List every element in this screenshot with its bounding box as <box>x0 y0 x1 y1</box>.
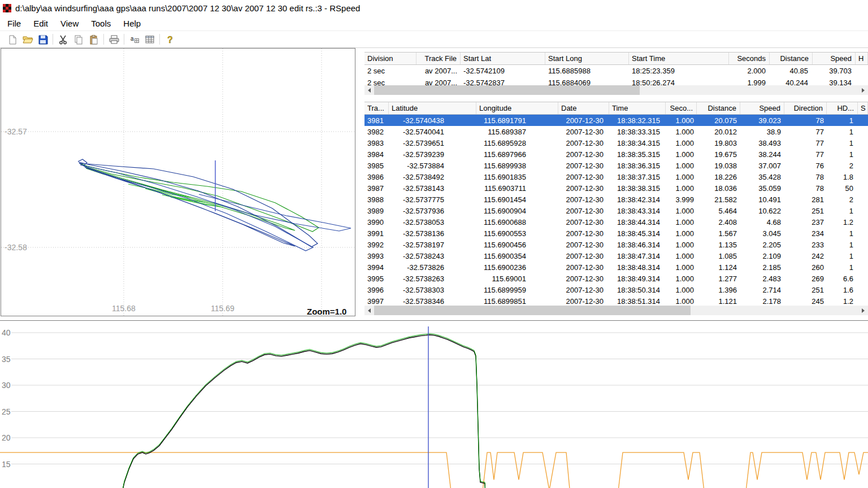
toolbar-separator <box>159 34 160 45</box>
window-title: d:\alby\aa windsurfing\aaa gps\aaa runs\… <box>15 3 360 13</box>
menu-tools[interactable]: Tools <box>85 18 117 29</box>
menu-edit[interactable]: Edit <box>27 18 54 29</box>
cell: 18:38:45.314 <box>609 229 666 238</box>
table-row[interactable]: 3986-32.5738492115.69018352007-12-3018:3… <box>364 171 868 182</box>
column-header[interactable]: Start Lat <box>461 53 545 64</box>
column-header[interactable]: Start Long <box>545 53 629 64</box>
cell: 1 <box>827 128 858 136</box>
cell: -32.5737936 <box>389 207 476 215</box>
table-row[interactable]: 3994-32.573826115.69002362007-12-3018:38… <box>364 262 868 273</box>
zoom-label: Zoom=1.0 <box>307 307 346 316</box>
column-header[interactable]: Seco... <box>666 102 697 114</box>
toolbar-separator <box>124 34 124 45</box>
table-row[interactable]: 3989-32.5737936115.69009042007-12-3018:3… <box>364 205 868 216</box>
copy-button[interactable] <box>71 32 86 47</box>
help-button[interactable]: ? <box>162 32 177 47</box>
column-header[interactable]: Direction <box>784 102 827 114</box>
paste-button[interactable] <box>86 32 101 47</box>
points-hscrollbar[interactable] <box>364 306 868 315</box>
table-row[interactable]: 3990-32.5738053115.69006882007-12-3018:3… <box>364 216 868 228</box>
cut-button[interactable] <box>55 32 71 47</box>
column-header[interactable]: Longitude <box>476 102 558 114</box>
open-file-button[interactable] <box>20 32 35 47</box>
table-row[interactable]: 2 secav 2007...-32.5742837115.688406918:… <box>364 77 868 85</box>
table-row[interactable]: 3993-32.5738243115.69003542007-12-3018:3… <box>364 250 868 262</box>
table-row[interactable]: 3983-32.5739651115.68959282007-12-3018:3… <box>364 137 868 149</box>
column-header[interactable]: Speed <box>813 53 856 64</box>
cell: -32.5740041 <box>389 128 476 136</box>
scroll-left-button[interactable] <box>364 85 374 95</box>
superscript-a-button[interactable]: a <box>127 32 142 47</box>
column-header[interactable]: Time <box>609 102 666 114</box>
superscript-a-icon: a <box>129 34 140 45</box>
table-row[interactable]: 3982-32.5740041115.6893872007-12-3018:38… <box>364 126 868 137</box>
table-body: 3981-32.5740438115.68917912007-12-3018:3… <box>364 115 868 306</box>
cell: 10.491 <box>740 195 784 204</box>
table-row[interactable]: 3992-32.5738197115.69004562007-12-3018:3… <box>364 239 868 250</box>
table-row[interactable]: 3996-32.5738303115.68999592007-12-3018:3… <box>364 284 868 295</box>
cell: -32.5739239 <box>389 150 476 159</box>
cell: 2007-12-30 <box>558 263 609 272</box>
column-header[interactable]: Latitude <box>389 102 476 114</box>
right-arrow-icon <box>862 88 867 93</box>
column-header[interactable]: S <box>858 102 868 114</box>
cell: 1 <box>827 252 858 260</box>
table-row[interactable]: 3987-32.5738143115.69037112007-12-3018:3… <box>364 182 868 194</box>
cell: 76 <box>784 162 827 170</box>
app-icon <box>3 4 11 12</box>
cell: 115.6897966 <box>476 150 558 159</box>
table-row[interactable]: 2 secav 2007...-32.5742109115.688598818:… <box>364 65 868 77</box>
menu-view[interactable]: View <box>54 18 85 29</box>
toolbar-separator <box>53 34 53 45</box>
table-row[interactable]: 3997-32.5738346115.68998512007-12-3018:3… <box>364 295 868 306</box>
cell: 3.045 <box>740 229 784 238</box>
cell: 2.205 <box>740 241 784 249</box>
cell: av 2007... <box>416 79 461 85</box>
column-header[interactable]: Distance <box>770 53 813 64</box>
new-file-button[interactable] <box>5 32 20 47</box>
table-row[interactable]: 3984-32.5739239115.68979662007-12-3018:3… <box>364 149 868 160</box>
division-hscrollbar[interactable] <box>364 85 868 95</box>
column-header[interactable]: Distance <box>697 102 740 114</box>
column-header[interactable]: Track File <box>416 53 461 64</box>
column-header[interactable]: HD... <box>827 102 858 114</box>
column-header[interactable]: Tra... <box>364 102 389 114</box>
cell: -32.5739651 <box>389 139 476 147</box>
cell: 18:38:32.315 <box>609 116 666 125</box>
table-row[interactable]: 3988-32.5737775115.69014542007-12-3018:3… <box>364 194 868 205</box>
column-header[interactable]: Seconds <box>729 53 770 64</box>
column-header[interactable]: Start Time <box>629 53 729 64</box>
cell: 40.244 <box>770 79 813 85</box>
menu-file[interactable]: File <box>1 18 27 29</box>
cell: 1.000 <box>666 297 697 306</box>
scroll-right-button[interactable] <box>858 306 868 315</box>
print-button[interactable] <box>106 32 121 47</box>
cell: 115.6900236 <box>476 263 558 272</box>
scroll-left-button[interactable] <box>364 306 374 315</box>
data-table-button[interactable] <box>142 32 157 47</box>
toolbar-separator <box>103 34 104 45</box>
track-map[interactable] <box>1 49 355 316</box>
speed-chart-panel[interactable]: 403530252015 <box>0 320 868 488</box>
cell: 1.000 <box>666 229 697 238</box>
column-header[interactable]: H <box>856 53 868 64</box>
column-header[interactable]: Date <box>558 102 609 114</box>
speed-chart[interactable] <box>0 321 868 488</box>
cell: 1.000 <box>666 286 697 294</box>
column-header[interactable]: Speed <box>740 102 784 114</box>
table-row[interactable]: 3991-32.5738136115.69005532007-12-3018:3… <box>364 228 868 239</box>
table-row[interactable]: 3995-32.5738263115.690012007-12-3018:38:… <box>364 273 868 284</box>
scrollbar-thumb[interactable] <box>374 306 691 315</box>
cell: 3996 <box>364 286 389 294</box>
cell: 260 <box>784 263 827 272</box>
cell: 2 <box>827 162 858 170</box>
scroll-right-button[interactable] <box>858 85 868 95</box>
menu-help[interactable]: Help <box>117 18 147 29</box>
cell: 18.226 <box>697 173 740 181</box>
table-row[interactable]: 3985-32.573884115.68999382007-12-3018:38… <box>364 160 868 171</box>
save-button[interactable] <box>35 32 50 47</box>
table-row[interactable]: 3981-32.5740438115.68917912007-12-3018:3… <box>364 115 868 126</box>
scrollbar-thumb[interactable] <box>374 85 640 95</box>
track-map-panel[interactable]: -32.57 -32.58 115.68 115.69 Zoom=1.0 <box>1 48 355 316</box>
column-header[interactable]: Division <box>364 53 416 64</box>
